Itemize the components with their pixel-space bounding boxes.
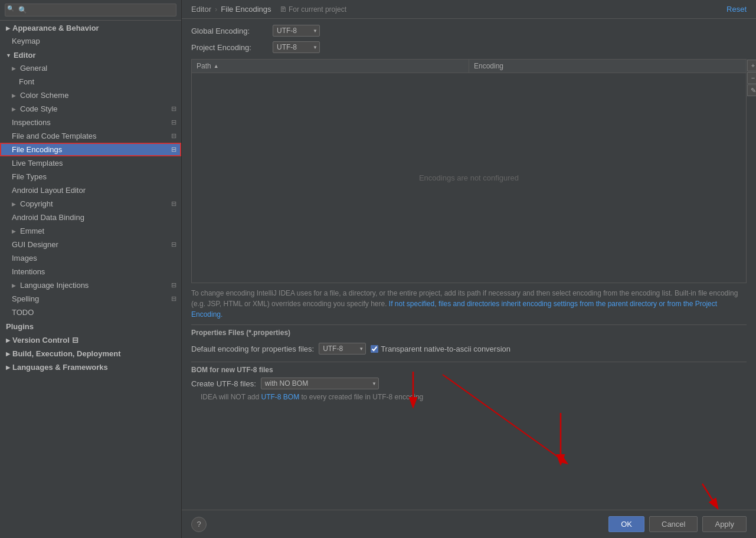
sidebar-item-images[interactable]: Images (0, 251, 181, 265)
properties-encoding-select[interactable]: UTF-8 (319, 343, 366, 355)
sidebar-item-file-code-templates[interactable]: File and Code Templates ⊟ (0, 129, 181, 143)
sidebar-item-android-data-binding[interactable]: Android Data Binding (0, 211, 181, 224)
sidebar-item-label: Copyright (20, 199, 53, 208)
project-encoding-label: Project Encoding: (191, 43, 268, 52)
cancel-button[interactable]: Cancel (649, 516, 698, 532)
sidebar-item-copyright[interactable]: ▶ Copyright ⊟ (0, 197, 181, 211)
sidebar-item-label: Inspections (12, 118, 51, 127)
chevron-right-icon: ▶ (12, 65, 18, 71)
sidebar-item-keymap[interactable]: Keymap (0, 34, 181, 48)
bom-info-link[interactable]: UTF-8 BOM (261, 393, 299, 401)
sidebar-item-label: Android Data Binding (12, 213, 84, 222)
chevron-right-icon: ▶ (6, 25, 10, 31)
sidebar-item-font[interactable]: Font (0, 75, 181, 88)
copy-icon: ⊟ (171, 241, 176, 248)
sidebar-item-gui-designer[interactable]: GUI Designer ⊟ (0, 238, 181, 251)
content-scrollable: Global Encoding: UTF-8 Project Encoding:… (182, 19, 756, 510)
sidebar-item-label: File Encodings (12, 145, 62, 154)
sidebar-item-label: General (20, 64, 47, 73)
sidebar-item-language-injections[interactable]: ▶ Language Injections ⊟ (0, 278, 181, 292)
chevron-right-icon: ▶ (6, 351, 10, 357)
sidebar-item-editor[interactable]: ▼ Editor (0, 48, 181, 61)
sidebar-search-input[interactable] (5, 4, 176, 17)
breadcrumb-current: File Encodings (221, 5, 271, 14)
sidebar-item-label: Color Scheme (20, 91, 68, 100)
sidebar-item-label: Android Layout Editor (12, 186, 86, 195)
project-encoding-select[interactable]: UTF-8 (273, 41, 320, 53)
sidebar-item-plugins[interactable]: Plugins (0, 319, 181, 333)
breadcrumb-separator: › (215, 5, 217, 14)
add-encoding-button[interactable]: + (747, 60, 756, 71)
sidebar-item-code-style[interactable]: ▶ Code Style ⊟ (0, 102, 181, 116)
bottom-right: OK Cancel Apply (608, 516, 747, 532)
sidebar-item-build-exec-deploy[interactable]: ▶ Build, Execution, Deployment (0, 346, 181, 360)
chevron-right-icon: ▶ (6, 337, 10, 343)
copy-icon: ⊟ (171, 281, 176, 289)
sidebar-item-languages-frameworks[interactable]: ▶ Languages & Frameworks (0, 360, 181, 373)
sidebar-item-version-control[interactable]: ▶ Version Control ⊟ (0, 333, 181, 346)
sidebar-item-file-types[interactable]: File Types (0, 170, 181, 183)
chevron-right-icon: ▶ (12, 93, 18, 99)
sidebar-item-android-layout-editor[interactable]: Android Layout Editor (0, 183, 181, 197)
sidebar-item-label: Intentions (12, 267, 45, 276)
for-project-label: 🖹 For current project (280, 5, 346, 14)
apply-button[interactable]: Apply (702, 516, 747, 532)
sidebar-item-color-scheme[interactable]: ▶ Color Scheme (0, 88, 181, 102)
edit-encoding-button[interactable]: ✎ (747, 84, 756, 96)
bom-info: IDEA will NOT add UTF-8 BOM to every cre… (201, 393, 737, 401)
sidebar-item-todo[interactable]: TODO (0, 306, 181, 319)
sidebar: ▶ Appearance & Behavior Keymap ▼ Editor … (0, 0, 182, 538)
global-encoding-select[interactable]: UTF-8 (273, 25, 320, 37)
breadcrumb-parent: Editor (191, 5, 211, 14)
transparent-checkbox-wrap: Transparent native-to-ascii conversion (371, 345, 510, 353)
transparent-checkbox[interactable] (371, 345, 378, 353)
remove-encoding-button[interactable]: − (747, 72, 756, 84)
create-utf8-label: Create UTF-8 files: (191, 379, 256, 388)
bottom-left: ? (191, 517, 207, 532)
sidebar-item-label: Code Style (20, 104, 58, 113)
help-button[interactable]: ? (191, 517, 207, 532)
sidebar-item-emmet[interactable]: ▶ Emmet (0, 224, 181, 238)
info-text-content: To change encoding IntelliJ IDEA uses fo… (191, 289, 738, 319)
sidebar-item-label: Keymap (12, 37, 40, 45)
chevron-down-icon: ▼ (6, 53, 11, 58)
sidebar-item-label: Appearance & Behavior (12, 24, 99, 32)
table-action-buttons: + − ✎ (747, 60, 756, 96)
chevron-right-icon: ▶ (12, 228, 18, 234)
sidebar-item-live-templates[interactable]: Live Templates (0, 156, 181, 170)
bom-select[interactable]: with NO BOM with BOM (261, 378, 379, 389)
encoding-form: Global Encoding: UTF-8 Project Encoding:… (182, 19, 756, 59)
table-header: Path ▲ Encoding (192, 60, 746, 73)
sidebar-item-file-encodings[interactable]: File Encodings ⊟ (0, 143, 181, 156)
bottom-bar: ? OK Cancel Apply (182, 510, 756, 538)
table-col-path[interactable]: Path ▲ (192, 60, 469, 73)
table-body: Encodings are not configured (192, 73, 746, 283)
breadcrumb: Editor › File Encodings 🖹 For current pr… (191, 5, 346, 14)
encoding-label: Encoding (474, 62, 503, 70)
sidebar-item-label: TODO (12, 308, 34, 317)
info-text: To change encoding IntelliJ IDEA uses fo… (191, 288, 747, 320)
copy-icon: ⊟ (171, 132, 176, 140)
reset-link[interactable]: Reset (726, 5, 747, 14)
table-col-encoding[interactable]: Encoding (469, 60, 746, 73)
content-header: Editor › File Encodings 🖹 For current pr… (182, 0, 756, 19)
transparent-label: Transparent native-to-ascii conversion (381, 345, 510, 353)
copy-icon: ⊟ (171, 146, 176, 153)
sidebar-item-appearance-behavior[interactable]: ▶ Appearance & Behavior (0, 21, 181, 34)
sidebar-item-label: Language Injections (20, 281, 89, 290)
sidebar-item-general[interactable]: ▶ General (0, 61, 181, 75)
sort-icon: ▲ (214, 63, 219, 69)
ok-button[interactable]: OK (608, 516, 644, 532)
global-encoding-label: Global Encoding: (191, 27, 268, 35)
global-encoding-row: Global Encoding: UTF-8 (191, 25, 747, 37)
sidebar-item-label: File and Code Templates (12, 132, 97, 140)
bom-row: Create UTF-8 files: with NO BOM with BOM (191, 378, 747, 389)
bom-section: BOM for new UTF-8 files Create UTF-8 fil… (182, 362, 756, 408)
sidebar-item-spelling[interactable]: Spelling ⊟ (0, 292, 181, 306)
sidebar-item-label: Spelling (12, 294, 39, 303)
properties-row: Default encoding for properties files: U… (182, 340, 756, 357)
sidebar-item-label: File Types (12, 172, 47, 181)
sidebar-item-intentions[interactable]: Intentions (0, 265, 181, 278)
chevron-right-icon: ▶ (12, 201, 18, 207)
sidebar-item-inspections[interactable]: Inspections ⊟ (0, 116, 181, 129)
